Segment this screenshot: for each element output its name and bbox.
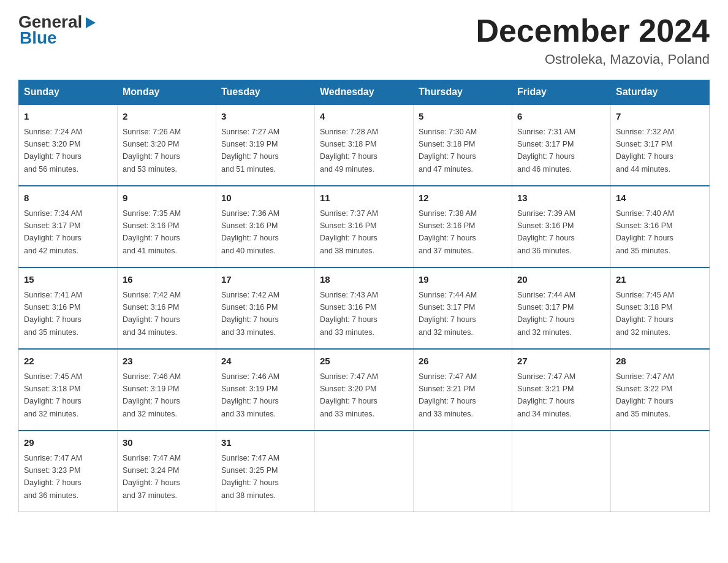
day-info: Sunrise: 7:31 AMSunset: 3:17 PMDaylight:…	[517, 128, 575, 174]
day-number: 26	[419, 354, 507, 369]
day-number: 19	[419, 273, 507, 287]
table-row: 6Sunrise: 7:31 AMSunset: 3:17 PMDaylight…	[512, 104, 611, 186]
table-row: 26Sunrise: 7:47 AMSunset: 3:21 PMDayligh…	[414, 349, 512, 431]
table-row: 20Sunrise: 7:44 AMSunset: 3:17 PMDayligh…	[512, 267, 611, 349]
calendar-table: Sunday Monday Tuesday Wednesday Thursday…	[18, 80, 710, 512]
day-number: 24	[221, 354, 309, 369]
day-number: 3	[221, 110, 309, 124]
day-info: Sunrise: 7:28 AMSunset: 3:18 PMDaylight:…	[320, 128, 378, 174]
table-row: 13Sunrise: 7:39 AMSunset: 3:16 PMDayligh…	[512, 186, 611, 267]
day-info: Sunrise: 7:47 AMSunset: 3:23 PMDaylight:…	[24, 454, 82, 500]
calendar-week-row: 1Sunrise: 7:24 AMSunset: 3:20 PMDaylight…	[19, 104, 710, 186]
day-number: 27	[517, 354, 605, 369]
table-row	[611, 431, 710, 512]
day-info: Sunrise: 7:43 AMSunset: 3:16 PMDaylight:…	[320, 291, 378, 337]
day-info: Sunrise: 7:42 AMSunset: 3:16 PMDaylight:…	[221, 291, 279, 337]
day-number: 25	[320, 354, 408, 369]
day-info: Sunrise: 7:26 AMSunset: 3:20 PMDaylight:…	[123, 128, 181, 174]
day-number: 28	[616, 354, 704, 369]
table-row: 17Sunrise: 7:42 AMSunset: 3:16 PMDayligh…	[216, 267, 315, 349]
col-wednesday: Wednesday	[315, 80, 414, 105]
table-row: 1Sunrise: 7:24 AMSunset: 3:20 PMDaylight…	[19, 104, 118, 186]
table-row: 8Sunrise: 7:34 AMSunset: 3:17 PMDaylight…	[19, 186, 118, 267]
day-number: 9	[123, 191, 211, 205]
day-number: 16	[123, 273, 211, 287]
day-number: 30	[123, 436, 211, 450]
day-number: 20	[517, 273, 605, 287]
table-row: 10Sunrise: 7:36 AMSunset: 3:16 PMDayligh…	[216, 186, 315, 267]
day-number: 6	[517, 110, 605, 124]
table-row: 11Sunrise: 7:37 AMSunset: 3:16 PMDayligh…	[315, 186, 414, 267]
day-number: 31	[221, 436, 309, 450]
col-thursday: Thursday	[414, 80, 512, 105]
table-row: 24Sunrise: 7:46 AMSunset: 3:19 PMDayligh…	[216, 349, 315, 431]
table-row: 14Sunrise: 7:40 AMSunset: 3:16 PMDayligh…	[611, 186, 710, 267]
day-info: Sunrise: 7:47 AMSunset: 3:21 PMDaylight:…	[419, 372, 477, 418]
day-number: 4	[320, 110, 408, 124]
table-row: 16Sunrise: 7:42 AMSunset: 3:16 PMDayligh…	[118, 267, 216, 349]
table-row: 21Sunrise: 7:45 AMSunset: 3:18 PMDayligh…	[611, 267, 710, 349]
day-number: 8	[24, 191, 112, 205]
day-info: Sunrise: 7:38 AMSunset: 3:16 PMDaylight:…	[419, 209, 477, 255]
day-info: Sunrise: 7:47 AMSunset: 3:25 PMDaylight:…	[221, 454, 279, 500]
day-info: Sunrise: 7:37 AMSunset: 3:16 PMDaylight:…	[320, 209, 378, 255]
table-row	[414, 431, 512, 512]
day-info: Sunrise: 7:47 AMSunset: 3:20 PMDaylight:…	[320, 372, 378, 418]
table-row: 25Sunrise: 7:47 AMSunset: 3:20 PMDayligh…	[315, 349, 414, 431]
day-number: 29	[24, 436, 112, 450]
day-number: 2	[123, 110, 211, 124]
day-info: Sunrise: 7:35 AMSunset: 3:16 PMDaylight:…	[123, 209, 181, 255]
day-info: Sunrise: 7:47 AMSunset: 3:21 PMDaylight:…	[517, 372, 575, 418]
table-row: 5Sunrise: 7:30 AMSunset: 3:18 PMDaylight…	[414, 104, 512, 186]
calendar-week-row: 29Sunrise: 7:47 AMSunset: 3:23 PMDayligh…	[19, 431, 710, 512]
day-number: 18	[320, 273, 408, 287]
table-row: 12Sunrise: 7:38 AMSunset: 3:16 PMDayligh…	[414, 186, 512, 267]
day-number: 1	[24, 110, 112, 124]
day-number: 14	[616, 191, 704, 205]
day-number: 11	[320, 191, 408, 205]
day-number: 10	[221, 191, 309, 205]
table-row	[315, 431, 414, 512]
table-row: 3Sunrise: 7:27 AMSunset: 3:19 PMDaylight…	[216, 104, 315, 186]
table-row: 19Sunrise: 7:44 AMSunset: 3:17 PMDayligh…	[414, 267, 512, 349]
table-row: 9Sunrise: 7:35 AMSunset: 3:16 PMDaylight…	[118, 186, 216, 267]
table-row: 22Sunrise: 7:45 AMSunset: 3:18 PMDayligh…	[19, 349, 118, 431]
svg-marker-0	[86, 17, 96, 28]
day-info: Sunrise: 7:42 AMSunset: 3:16 PMDaylight:…	[123, 291, 181, 337]
day-number: 17	[221, 273, 309, 287]
table-row: 2Sunrise: 7:26 AMSunset: 3:20 PMDaylight…	[118, 104, 216, 186]
table-row: 23Sunrise: 7:46 AMSunset: 3:19 PMDayligh…	[118, 349, 216, 431]
page-location: Ostroleka, Mazovia, Poland	[476, 52, 710, 67]
calendar-week-row: 22Sunrise: 7:45 AMSunset: 3:18 PMDayligh…	[19, 349, 710, 431]
day-info: Sunrise: 7:46 AMSunset: 3:19 PMDaylight:…	[221, 372, 279, 418]
day-info: Sunrise: 7:30 AMSunset: 3:18 PMDaylight:…	[419, 128, 477, 174]
calendar-header-row: Sunday Monday Tuesday Wednesday Thursday…	[19, 80, 710, 105]
table-row: 18Sunrise: 7:43 AMSunset: 3:16 PMDayligh…	[315, 267, 414, 349]
day-number: 23	[123, 354, 211, 369]
title-block: December 2024 Ostroleka, Mazovia, Poland	[476, 12, 710, 67]
day-info: Sunrise: 7:24 AMSunset: 3:20 PMDaylight:…	[24, 128, 82, 174]
table-row: 27Sunrise: 7:47 AMSunset: 3:21 PMDayligh…	[512, 349, 611, 431]
col-saturday: Saturday	[611, 80, 710, 105]
logo-blue-text: Blue	[20, 28, 97, 48]
table-row: 30Sunrise: 7:47 AMSunset: 3:24 PMDayligh…	[118, 431, 216, 512]
day-info: Sunrise: 7:40 AMSunset: 3:16 PMDaylight:…	[616, 209, 674, 255]
table-row: 31Sunrise: 7:47 AMSunset: 3:25 PMDayligh…	[216, 431, 315, 512]
day-info: Sunrise: 7:36 AMSunset: 3:16 PMDaylight:…	[221, 209, 279, 255]
day-info: Sunrise: 7:44 AMSunset: 3:17 PMDaylight:…	[419, 291, 477, 337]
day-number: 5	[419, 110, 507, 124]
table-row: 28Sunrise: 7:47 AMSunset: 3:22 PMDayligh…	[611, 349, 710, 431]
col-tuesday: Tuesday	[216, 80, 315, 105]
calendar-week-row: 15Sunrise: 7:41 AMSunset: 3:16 PMDayligh…	[19, 267, 710, 349]
col-sunday: Sunday	[19, 80, 118, 105]
day-info: Sunrise: 7:27 AMSunset: 3:19 PMDaylight:…	[221, 128, 279, 174]
day-number: 22	[24, 354, 112, 369]
table-row	[512, 431, 611, 512]
table-row: 4Sunrise: 7:28 AMSunset: 3:18 PMDaylight…	[315, 104, 414, 186]
page-title: December 2024	[476, 12, 710, 49]
calendar-week-row: 8Sunrise: 7:34 AMSunset: 3:17 PMDaylight…	[19, 186, 710, 267]
day-info: Sunrise: 7:45 AMSunset: 3:18 PMDaylight:…	[616, 291, 674, 337]
day-info: Sunrise: 7:41 AMSunset: 3:16 PMDaylight:…	[24, 291, 82, 337]
page-header: General Blue December 2024 Ostroleka, Ma…	[18, 12, 710, 67]
day-number: 12	[419, 191, 507, 205]
